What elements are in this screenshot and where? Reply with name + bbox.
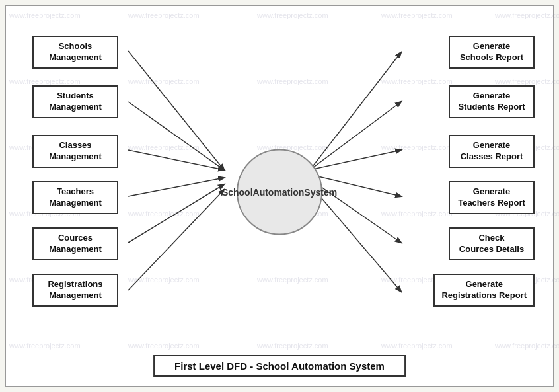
center-node-text: School [222, 186, 253, 197]
node-label: RegistrationsManagement [48, 279, 102, 300]
node-classes-management: ClassesManagement [32, 135, 118, 168]
watermark: www.freeprojectz.com [128, 11, 200, 19]
watermark: www.freeprojectz.com [128, 276, 200, 284]
node-cources-management: CourcesManagement [32, 227, 118, 260]
svg-line-6 [310, 52, 401, 170]
node-students-management: StudentsManagement [32, 85, 118, 118]
center-node-text3: System [304, 186, 337, 197]
center-node: School Automation System [237, 149, 322, 235]
svg-line-1 [128, 102, 224, 170]
watermark: www.freeprojectz.com [128, 77, 200, 85]
watermark: www.freeprojectz.com [381, 210, 453, 217]
svg-line-5 [128, 190, 224, 290]
watermark: www.freeprojectz.com [128, 342, 200, 350]
watermark: www.freeprojectz.com [257, 276, 328, 284]
watermark: www.freeprojectz.com [495, 342, 559, 350]
node-generate-classes-report: GenerateClasses Report [449, 135, 535, 168]
node-label: GenerateTeachers Report [458, 186, 525, 208]
node-label: GenerateStudents Report [458, 91, 525, 112]
node-label: CourcesManagement [49, 233, 101, 254]
watermark: www.freeprojectz.com [257, 342, 328, 350]
node-label: CheckCources Details [459, 233, 524, 254]
diagram-caption: First Level DFD - School Automation Syst… [153, 355, 406, 377]
diagram-container: www.freeprojectz.com www.freeprojectz.co… [5, 5, 554, 387]
watermark: www.freeprojectz.com [381, 77, 453, 85]
node-label: SchoolsManagement [49, 41, 101, 62]
svg-line-7 [310, 102, 401, 170]
svg-line-4 [128, 184, 224, 243]
watermark: www.freeprojectz.com [381, 342, 453, 350]
node-check-cources-details: CheckCources Details [449, 227, 535, 260]
node-label: GenerateClasses Report [461, 140, 523, 161]
node-schools-management: SchoolsManagement [32, 36, 118, 69]
watermark: www.freeprojectz.com [495, 11, 559, 19]
svg-line-2 [128, 150, 224, 170]
node-label: GenerateSchools Report [460, 41, 523, 62]
watermark: www.freeprojectz.com [9, 11, 81, 19]
node-label: ClassesManagement [49, 140, 101, 161]
watermark: www.freeprojectz.com [9, 342, 81, 350]
node-label: TeachersManagement [49, 186, 101, 208]
watermark: www.freeprojectz.com [495, 77, 559, 85]
watermark: www.freeprojectz.com [257, 77, 328, 85]
svg-line-0 [128, 51, 224, 170]
node-generate-schools-report: GenerateSchools Report [449, 36, 535, 69]
watermark: www.freeprojectz.com [9, 77, 81, 85]
watermark: www.freeprojectz.com [257, 11, 328, 19]
watermark: www.freeprojectz.com [128, 210, 200, 217]
node-teachers-management: TeachersManagement [32, 181, 118, 214]
node-generate-registrations-report: GenerateRegistrations Report [433, 274, 535, 307]
center-node-text2: Automation [253, 186, 305, 197]
watermark: www.freeprojectz.com [381, 143, 453, 151]
node-registrations-management: RegistrationsManagement [32, 274, 118, 307]
node-label: StudentsManagement [49, 91, 101, 112]
watermark: www.freeprojectz.com [128, 143, 200, 151]
node-generate-teachers-report: GenerateTeachers Report [449, 181, 535, 214]
svg-line-11 [310, 184, 401, 292]
svg-line-8 [310, 150, 401, 170]
watermark: www.freeprojectz.com [381, 11, 453, 19]
svg-line-3 [128, 178, 224, 196]
node-label: GenerateRegistrations Report [441, 279, 527, 300]
node-generate-students-report: GenerateStudents Report [449, 85, 535, 118]
